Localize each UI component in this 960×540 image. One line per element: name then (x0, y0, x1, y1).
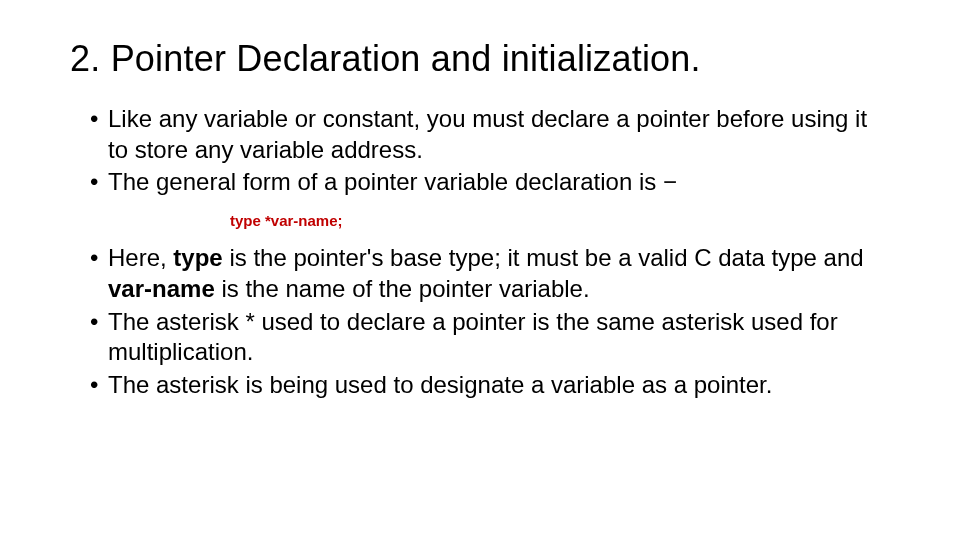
bullet-item: The asterisk * used to declare a pointer… (90, 307, 890, 368)
bullet-item: Here, type is the pointer's base type; i… (90, 243, 890, 304)
text: is the pointer's base type; it must be a… (223, 244, 864, 271)
code-declaration: type *var-name; (230, 212, 890, 229)
bullet-list-top: Like any variable or constant, you must … (90, 104, 890, 198)
text: Here, (108, 244, 173, 271)
bullet-item: The general form of a pointer variable d… (90, 167, 890, 198)
slide-title: 2. Pointer Declaration and initializatio… (70, 38, 890, 80)
bold-varname: var-name (108, 275, 215, 302)
bold-type: type (173, 244, 222, 271)
bullet-item: The asterisk is being used to designate … (90, 370, 890, 401)
bullet-item: Like any variable or constant, you must … (90, 104, 890, 165)
slide: 2. Pointer Declaration and initializatio… (0, 0, 960, 401)
bullet-list-bottom: Here, type is the pointer's base type; i… (90, 243, 890, 401)
text: is the name of the pointer variable. (215, 275, 590, 302)
